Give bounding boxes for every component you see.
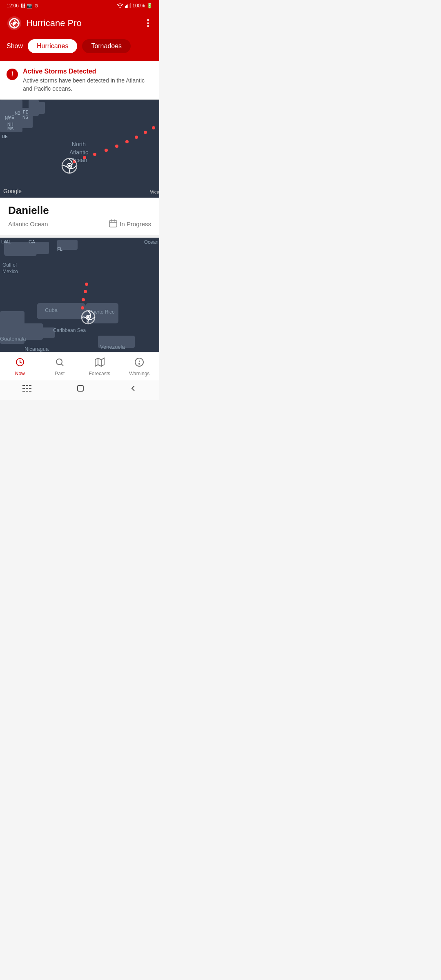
svg-point-17 [87, 316, 89, 318]
android-back-icon[interactable] [129, 385, 137, 394]
nav-now[interactable]: Now [0, 356, 40, 378]
nav-warnings[interactable]: Warnings [120, 356, 160, 378]
label-guatemala: Guatemala [0, 336, 26, 342]
battery-display: 100% [132, 3, 145, 9]
svg-rect-34 [29, 388, 31, 389]
svg-rect-28 [22, 388, 25, 389]
wifi-icon [117, 3, 123, 9]
nav-warnings-label: Warnings [129, 371, 149, 376]
hurricanes-toggle[interactable]: Hurricanes [28, 39, 77, 53]
label-caribbean: Caribbean Sea [53, 327, 86, 333]
show-label: Show [7, 42, 23, 50]
time-display: 12:06 [7, 3, 19, 9]
svg-rect-2 [126, 5, 127, 8]
app-title: Hurricane Pro [26, 18, 82, 29]
app-logo [7, 16, 22, 31]
status-right: 100% 🔋 [117, 3, 153, 9]
label-fl: FL [57, 247, 62, 252]
nav-forecasts-label: Forecasts [89, 371, 110, 376]
svg-rect-4 [129, 4, 129, 8]
status-left: 12:06 🖼 📷 ⊖ [7, 3, 38, 9]
nav-now-label: Now [15, 371, 25, 376]
atlantic-map[interactable]: NY NH MA ME NB PE NS DE NorthAtlanticOce… [0, 100, 159, 198]
android-navbar [0, 380, 159, 400]
android-menu-icon[interactable] [22, 385, 31, 394]
signal-icon [125, 3, 131, 9]
bottom-nav: Now Past Forecasts Warning [0, 352, 159, 380]
track-dot2-1 [85, 283, 88, 286]
alert-description: Active storms have been detected in the … [23, 77, 153, 93]
nav-past[interactable]: Past [40, 356, 80, 378]
label-la: LA [1, 239, 7, 244]
tornadoes-toggle[interactable]: Tornadoes [82, 39, 131, 53]
svg-rect-30 [26, 385, 28, 386]
track-dot2-2 [84, 290, 87, 293]
svg-point-10 [68, 165, 71, 167]
app-header: Hurricane Pro ⋮ [0, 11, 159, 38]
svg-line-20 [62, 364, 64, 366]
svg-point-0 [120, 7, 121, 8]
svg-marker-21 [95, 358, 104, 366]
label-gulf: Gulf ofMexico [2, 262, 18, 275]
hurricane-symbol-1 [61, 158, 78, 176]
status-text: In Progress [120, 220, 151, 227]
state-nb: NB [15, 111, 20, 116]
track-dot-3 [93, 153, 96, 156]
alert-section: ! Active Storms Detected Active storms h… [0, 61, 159, 100]
track-dot-4 [105, 149, 108, 152]
label-nicaragua: Nicaragua [24, 346, 49, 352]
label-ocean2: Ocean [144, 239, 158, 245]
wea-watermark: Wea [150, 189, 159, 194]
track-dot2-3 [82, 298, 85, 301]
svg-point-19 [56, 359, 62, 365]
svg-rect-11 [109, 220, 117, 227]
track-dot-6 [125, 140, 129, 143]
caribbean-map[interactable]: AL GA FL LA Gulf ofMexico Cuba Puerto Ri… [0, 238, 159, 352]
toggle-section: Show Hurricanes Tornadoes [0, 38, 159, 61]
svg-rect-27 [22, 385, 25, 386]
svg-rect-29 [22, 391, 25, 392]
map-icon [95, 357, 105, 370]
storm-meta: Atlantic Ocean In Progress [8, 219, 151, 229]
alert-icon: ! [7, 69, 18, 80]
storm-status: In Progress [109, 219, 151, 229]
label-venezuela: Venezuela [100, 344, 125, 350]
status-bar: 12:06 🖼 📷 ⊖ 100% 🔋 [0, 0, 159, 11]
svg-rect-35 [29, 391, 31, 392]
track-dot-8 [144, 131, 147, 134]
notification-icons: 🖼 📷 ⊖ [20, 3, 38, 9]
state-pe: PE [23, 110, 28, 114]
label-cuba: Cuba [45, 307, 58, 313]
state-de: DE [2, 134, 8, 139]
svg-rect-36 [78, 385, 83, 391]
nav-forecasts[interactable]: Forecasts [80, 356, 120, 378]
clock-icon [15, 357, 25, 370]
svg-rect-31 [26, 388, 28, 389]
warning-icon [134, 357, 144, 370]
nav-past-label: Past [55, 371, 65, 376]
android-home-icon[interactable] [76, 384, 85, 394]
track-dot-7 [135, 136, 138, 139]
storm-name: Danielle [8, 204, 151, 217]
google-watermark: Google [3, 188, 22, 194]
svg-rect-3 [127, 4, 128, 8]
storm-location: Atlantic Ocean [8, 220, 48, 227]
state-ma: MA [7, 126, 13, 131]
calendar-icon [109, 219, 117, 229]
svg-point-26 [139, 363, 140, 364]
state-ns: NS [22, 115, 28, 120]
search-icon [55, 357, 65, 370]
label-ga: GA [29, 239, 35, 244]
alert-title: Active Storms Detected [23, 68, 153, 75]
hurricane-symbol-2 [80, 309, 96, 327]
svg-rect-5 [130, 3, 131, 8]
svg-rect-1 [125, 6, 126, 8]
battery-icon: 🔋 [147, 3, 153, 9]
menu-button[interactable]: ⋮ [143, 18, 153, 29]
track-dot-9 [152, 126, 155, 129]
state-me: ME [8, 115, 14, 120]
storm-card-danielle: Danielle Atlantic Ocean In Progress [0, 198, 159, 238]
svg-rect-32 [26, 391, 28, 392]
track-dot-5 [115, 145, 118, 148]
svg-rect-33 [29, 385, 31, 386]
